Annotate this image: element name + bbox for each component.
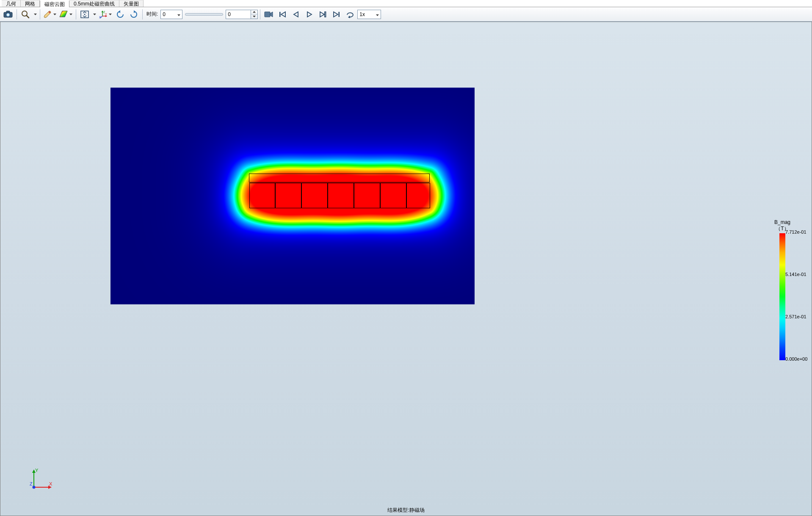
svg-point-6 bbox=[49, 11, 50, 13]
svg-point-23 bbox=[33, 486, 36, 489]
viewport[interactable]: Y X Z B_mag （T） 7.712e-015.141e-012.571e… bbox=[0, 22, 812, 516]
tab-vector[interactable]: 矢量图 bbox=[119, 0, 144, 7]
refresh-redo-icon bbox=[130, 10, 138, 19]
tab-mesh[interactable]: 网格 bbox=[21, 0, 40, 7]
time-select[interactable]: 0 bbox=[160, 10, 182, 19]
svg-point-3 bbox=[7, 14, 9, 16]
zoom-icon bbox=[21, 10, 30, 19]
time-slider[interactable] bbox=[185, 13, 223, 16]
step-back-button[interactable] bbox=[290, 8, 302, 20]
svg-rect-1 bbox=[6, 11, 10, 13]
time-scrub-spinner[interactable] bbox=[251, 10, 258, 19]
time-scrub-input[interactable]: 0 bbox=[226, 10, 251, 19]
refresh-cw-button[interactable] bbox=[127, 8, 140, 20]
tab-b-curve[interactable]: 0.5mm处磁密曲线 bbox=[69, 0, 119, 7]
axis-gizmo: Y X Z bbox=[29, 467, 54, 492]
svg-point-8 bbox=[84, 14, 86, 15]
svg-text:X: X bbox=[49, 481, 52, 486]
fit-icon bbox=[80, 11, 89, 18]
camera-icon bbox=[3, 11, 13, 18]
movie-button[interactable] bbox=[262, 8, 275, 20]
brush-button[interactable] bbox=[42, 8, 58, 20]
svg-rect-15 bbox=[265, 12, 270, 17]
contour-plot bbox=[110, 88, 475, 304]
orient-icon: ZYX bbox=[98, 10, 108, 19]
tab-b-contour[interactable]: 磁密云图 bbox=[40, 0, 69, 7]
loop-button[interactable] bbox=[344, 8, 356, 20]
fit-view-button[interactable] bbox=[78, 8, 91, 20]
last-frame-button[interactable] bbox=[330, 8, 343, 20]
contour-button[interactable] bbox=[58, 8, 74, 20]
svg-rect-16 bbox=[279, 12, 281, 17]
svg-text:Z: Z bbox=[30, 481, 33, 486]
svg-text:Y: Y bbox=[105, 13, 107, 16]
toolbar: ZYX 时间: 0 0 1x bbox=[0, 7, 812, 22]
result-caption: 结果模型:静磁场 bbox=[387, 507, 424, 514]
first-icon bbox=[279, 11, 286, 18]
legend-bar bbox=[779, 233, 785, 360]
contour-icon bbox=[59, 10, 68, 19]
zoom-button[interactable] bbox=[19, 8, 32, 20]
play-icon bbox=[306, 11, 313, 18]
loop-icon bbox=[346, 11, 354, 18]
brush-icon bbox=[43, 10, 52, 19]
play-button[interactable] bbox=[303, 8, 316, 20]
svg-text:Y: Y bbox=[35, 468, 39, 473]
zoom-dropdown[interactable] bbox=[33, 14, 38, 15]
refresh-icon bbox=[116, 10, 124, 19]
time-label: 时间: bbox=[146, 11, 158, 18]
legend-title: B_mag bbox=[759, 219, 806, 225]
snapshot-button[interactable] bbox=[2, 8, 14, 20]
playback-speed-select[interactable]: 1x bbox=[357, 10, 381, 19]
colorbar-legend: B_mag （T） 7.712e-015.141e-012.571e-010.0… bbox=[759, 219, 806, 360]
movie-icon bbox=[264, 11, 273, 18]
svg-text:X: X bbox=[99, 16, 101, 19]
fit-dropdown[interactable] bbox=[92, 14, 97, 15]
orient-button[interactable]: ZYX bbox=[98, 8, 113, 20]
step-fwd-button[interactable] bbox=[317, 8, 329, 20]
legend-tick: 5.141e-01 bbox=[785, 272, 806, 277]
legend-tick: 7.712e-01 bbox=[785, 229, 806, 235]
svg-rect-17 bbox=[325, 12, 326, 17]
stepfwd-icon bbox=[319, 11, 327, 18]
legend-tick: 2.571e-01 bbox=[785, 314, 806, 319]
stepback-icon bbox=[293, 11, 299, 18]
svg-line-5 bbox=[27, 16, 29, 18]
legend-tick: 0.000e+00 bbox=[785, 356, 807, 361]
first-frame-button[interactable] bbox=[276, 8, 289, 20]
tab-geometry[interactable]: 几何 bbox=[2, 0, 21, 7]
refresh-ccw-button[interactable] bbox=[114, 8, 127, 20]
svg-rect-18 bbox=[339, 12, 340, 17]
tab-bar: 几何 网格 磁密云图 0.5mm处磁密曲线 矢量图 bbox=[0, 0, 812, 7]
last-icon bbox=[333, 11, 340, 18]
